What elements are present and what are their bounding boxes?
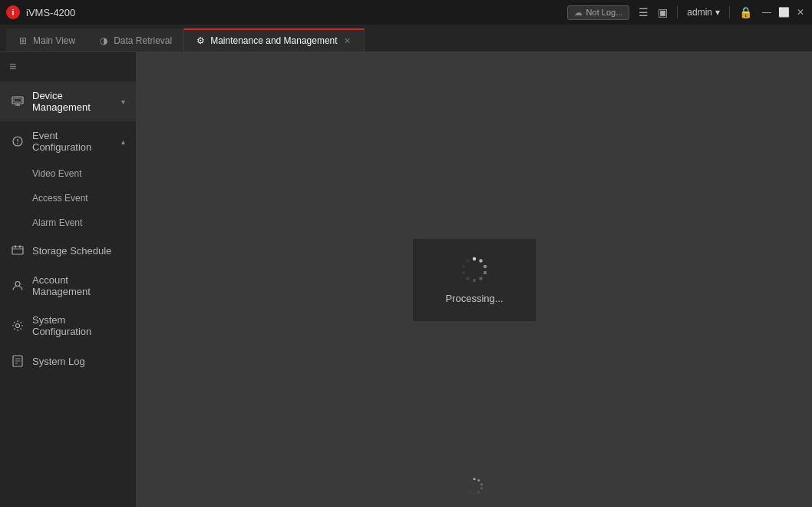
content-area: Processing...	[137, 52, 812, 507]
svg-rect-10	[19, 246, 21, 248]
svg-point-29	[473, 478, 475, 480]
divider	[677, 6, 678, 18]
app-logo: i	[6, 5, 20, 19]
access-event-label: Access Event	[32, 193, 88, 204]
main-layout: ≡ Device Management ▾	[0, 52, 812, 507]
system-configuration-icon	[11, 319, 25, 333]
restore-button[interactable]: ⬜	[778, 7, 789, 18]
admin-label[interactable]: admin ▾	[687, 7, 720, 18]
svg-point-35	[469, 491, 471, 493]
tab-main-view-label: Main View	[33, 35, 75, 46]
svg-point-25	[462, 264, 465, 267]
titlebar-right: ☁ Not Log... ☰ ▣ admin ▾ 🔒 — ⬜ ✕	[567, 5, 806, 20]
svg-point-24	[462, 270, 465, 273]
svg-point-34	[473, 492, 475, 495]
processing-text: Processing...	[445, 293, 503, 304]
svg-rect-9	[15, 246, 16, 248]
sidebar-sub-item-video-event[interactable]: Video Event	[0, 161, 136, 186]
sidebar-item-storage-schedule[interactable]: Storage Schedule	[0, 235, 136, 266]
sidebar-item-system-label: System Configuration	[32, 314, 125, 337]
sidebar-section-event: Event Configuration ▴ Video Event Access…	[0, 121, 136, 235]
svg-point-28	[479, 259, 482, 262]
divider2	[729, 6, 730, 18]
sidebar-item-account-label: Account Management	[32, 274, 125, 297]
sidebar-sub-item-alarm-event[interactable]: Alarm Event	[0, 210, 136, 235]
device-management-chevron: ▾	[121, 98, 125, 106]
event-chevron: ▴	[121, 138, 125, 146]
svg-point-38	[469, 479, 471, 482]
close-button[interactable]: ✕	[795, 7, 806, 18]
menu-icon[interactable]: ☰	[639, 6, 649, 18]
svg-point-33	[477, 491, 480, 493]
processing-box: Processing...	[413, 239, 536, 321]
svg-point-31	[480, 483, 483, 485]
svg-point-12	[16, 324, 20, 328]
sidebar-item-account-management[interactable]: Account Management	[0, 266, 136, 306]
not-logged-badge[interactable]: ☁ Not Log...	[567, 5, 630, 20]
device-management-icon	[11, 94, 25, 108]
tab-data-retrieval[interactable]: ◑ Data Retrieval	[87, 28, 183, 51]
titlebar-left: i iVMS-4200	[6, 5, 75, 19]
monitor-icon[interactable]: ▣	[658, 6, 668, 18]
sidebar-item-event-label: Event Configuration	[32, 130, 114, 153]
svg-point-26	[466, 259, 469, 262]
sidebar-sub-item-access-event[interactable]: Access Event	[0, 186, 136, 210]
svg-point-36	[466, 487, 468, 489]
sidebar-collapse-button[interactable]: ≡	[0, 52, 136, 81]
svg-point-27	[473, 257, 476, 260]
account-management-icon	[11, 279, 25, 293]
sidebar-item-device-management[interactable]: Device Management ▾	[0, 81, 136, 121]
sidebar-item-event-configuration[interactable]: Event Configuration ▴	[0, 121, 136, 161]
tab-maintenance-label: Maintenance and Management	[210, 35, 337, 46]
sidebar-item-storage-label: Storage Schedule	[32, 245, 125, 257]
alarm-event-label: Alarm Event	[32, 217, 82, 228]
svg-point-20	[484, 270, 487, 273]
tab-maintenance[interactable]: ⚙ Maintenance and Management ✕	[183, 28, 364, 51]
svg-rect-7	[12, 247, 23, 254]
svg-point-22	[473, 278, 476, 281]
titlebar: i iVMS-4200 ☁ Not Log... ☰ ▣ admin ▾ 🔒 —…	[0, 0, 812, 25]
svg-point-21	[479, 277, 482, 280]
svg-point-19	[484, 264, 487, 267]
minimize-button[interactable]: —	[761, 7, 772, 18]
sidebar-item-log-label: System Log	[32, 356, 125, 367]
svg-point-6	[17, 143, 18, 144]
tab-main-view[interactable]: ⊞ Main View	[6, 28, 87, 51]
admin-text: admin	[687, 7, 712, 18]
tab-maintenance-close[interactable]: ✕	[342, 35, 353, 46]
window-controls: — ⬜ ✕	[761, 7, 806, 18]
cloud-icon: ☁	[574, 8, 583, 18]
system-log-icon	[11, 354, 25, 368]
tabbar: ⊞ Main View ◑ Data Retrieval ⚙ Maintenan…	[0, 25, 812, 52]
tab-main-view-icon: ⊞	[18, 35, 28, 46]
bottom-spinner	[465, 477, 484, 498]
tab-maintenance-icon: ⚙	[195, 35, 206, 46]
svg-point-23	[466, 277, 469, 280]
not-logged-label: Not Log...	[586, 8, 623, 17]
tab-data-retrieval-icon: ◑	[98, 35, 109, 46]
sidebar-item-system-log[interactable]: System Log	[0, 346, 136, 376]
svg-rect-1	[14, 98, 21, 102]
tab-data-retrieval-label: Data Retrieval	[114, 35, 172, 46]
svg-point-32	[480, 487, 483, 489]
sidebar: ≡ Device Management ▾	[0, 52, 137, 507]
sidebar-item-device-management-label: Device Management	[32, 90, 114, 113]
sidebar-section-device: Device Management ▾	[0, 81, 136, 121]
app-title: iVMS-4200	[26, 7, 75, 18]
storage-schedule-icon	[11, 244, 25, 257]
sidebar-item-system-configuration[interactable]: System Configuration	[0, 306, 136, 346]
event-configuration-icon	[11, 134, 25, 148]
spinner	[460, 256, 488, 283]
svg-point-30	[477, 479, 480, 482]
lock-icon[interactable]: 🔒	[739, 6, 752, 18]
video-event-label: Video Event	[32, 168, 82, 179]
admin-chevron: ▾	[715, 7, 720, 18]
svg-point-37	[466, 483, 468, 485]
svg-point-11	[15, 282, 20, 287]
